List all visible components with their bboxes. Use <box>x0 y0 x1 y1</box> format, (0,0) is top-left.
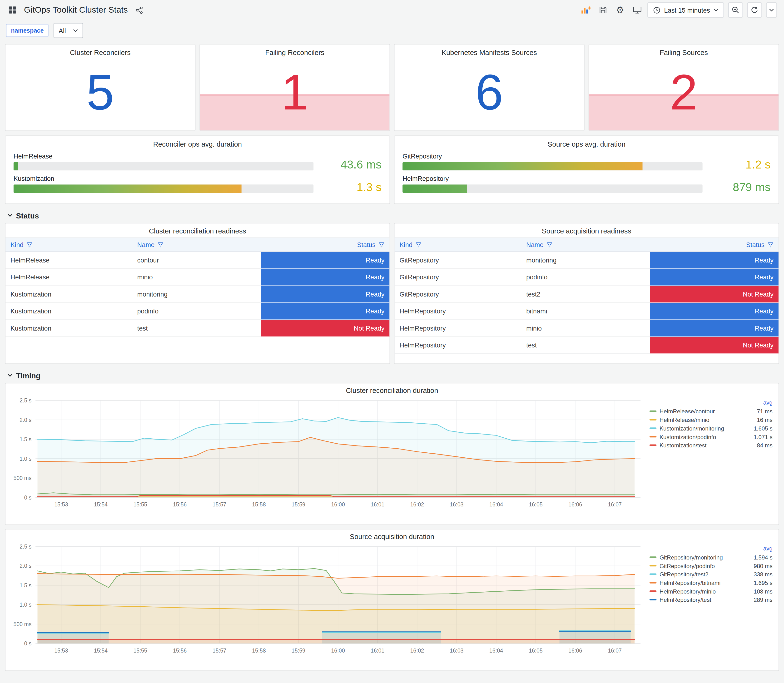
timeseries-chart: 0 s500 ms1.0 s1.5 s2.0 s2.5 s15:5315:541… <box>10 396 645 513</box>
chevron-down-icon <box>713 8 718 12</box>
series-name: GitRepository/podinfo <box>659 563 746 569</box>
dashboards-grid-icon[interactable] <box>6 3 19 17</box>
svg-text:16:00: 16:00 <box>331 502 345 508</box>
table-row: GitRepositorypodinfoReady <box>394 269 779 285</box>
readiness-table: KindNameStatusHelmReleasecontourReadyHel… <box>5 237 390 337</box>
column-header-kind[interactable]: Kind <box>5 238 132 252</box>
series-avg-value: 71 ms <box>749 408 773 414</box>
tv-mode-button[interactable] <box>631 3 644 17</box>
svg-text:0 s: 0 s <box>24 494 32 501</box>
series-name: Kustomization/monitoring <box>659 425 746 431</box>
filter-icon[interactable] <box>415 242 422 248</box>
stat-value: 5 <box>87 67 114 117</box>
legend-item[interactable]: Kustomization/test84 ms <box>649 441 773 449</box>
series-color-swatch <box>649 582 656 583</box>
legend-avg-header: avg <box>649 545 773 552</box>
series-color-swatch <box>649 444 656 446</box>
cell-name: monitoring <box>132 286 261 303</box>
gauge-label: GitRepository <box>402 152 702 160</box>
panel-title: Cluster Reconcilers <box>5 45 195 56</box>
column-label: Name <box>526 241 544 249</box>
filter-icon[interactable] <box>768 242 774 248</box>
series-name: HelmRelease/minio <box>659 417 746 423</box>
share-icon[interactable] <box>133 3 146 17</box>
legend-item[interactable]: GitRepository/podinfo980 ms <box>649 561 773 570</box>
legend-item[interactable]: HelmRepository/minio108 ms <box>649 587 773 595</box>
series-avg-value: 1.071 s <box>749 434 773 439</box>
column-header-kind[interactable]: Kind <box>394 238 521 252</box>
legend-item[interactable]: GitRepository/monitoring1.594 s <box>649 553 773 561</box>
svg-text:15:55: 15:55 <box>133 502 148 508</box>
filter-icon[interactable] <box>26 242 32 248</box>
table-row: KustomizationmonitoringReady <box>5 286 390 303</box>
table-row: HelmRepositoryminioReady <box>394 320 779 337</box>
refresh-interval-dropdown[interactable] <box>766 3 777 18</box>
cell-name: contour <box>132 252 261 269</box>
svg-text:15:53: 15:53 <box>54 502 68 508</box>
bar-gauge-fill <box>14 162 18 171</box>
svg-text:16:07: 16:07 <box>608 648 622 654</box>
namespace-filter-value[interactable]: All <box>54 23 83 38</box>
gauge-label: Kustomization <box>14 175 313 183</box>
series-name: Kustomization/podinfo <box>659 434 746 439</box>
svg-text:15:54: 15:54 <box>94 648 107 654</box>
cell-kind: HelmRepository <box>394 320 521 337</box>
series-avg-value: 289 ms <box>749 596 773 603</box>
cell-name: monitoring <box>521 252 650 269</box>
legend-item[interactable]: HelmRepository/test289 ms <box>649 595 773 604</box>
legend-item[interactable]: Kustomization/podinfo1.071 s <box>649 433 773 441</box>
table-panel: Cluster reconciliation readiness KindNam… <box>5 223 390 364</box>
series-fills <box>38 417 635 497</box>
status-badge: Ready <box>261 252 390 269</box>
status-badge: Ready <box>261 269 390 285</box>
filter-icon[interactable] <box>157 242 164 248</box>
svg-text:1.5 s: 1.5 s <box>19 582 31 588</box>
gear-icon: ⚙ <box>616 5 624 14</box>
add-panel-button[interactable] <box>580 3 593 17</box>
chart-legend: avgGitRepository/monitoring1.594 sGitRep… <box>649 545 773 604</box>
bar-gauge-fill <box>14 184 242 193</box>
column-header-status[interactable]: Status <box>650 238 779 252</box>
series-area <box>38 633 109 643</box>
filter-icon[interactable] <box>547 242 552 248</box>
svg-text:2.0 s: 2.0 s <box>19 563 31 569</box>
series-avg-value: 338 ms <box>749 571 773 577</box>
gauge-panel: Source ops avg. duration GitRepository 1… <box>394 135 779 204</box>
legend-item[interactable]: Kustomization/monitoring1.605 s <box>649 424 773 433</box>
table-row: HelmRepositorytestNot Ready <box>394 337 779 354</box>
column-label: Kind <box>10 241 24 249</box>
series-name: HelmRelease/contour <box>659 408 746 414</box>
share-alt-icon <box>135 6 143 14</box>
panel-title: Cluster reconciliation readiness <box>5 223 390 237</box>
column-header-name[interactable]: Name <box>521 238 650 252</box>
save-dashboard-button[interactable] <box>597 3 610 17</box>
dashboard-settings-button[interactable]: ⚙ <box>614 3 627 17</box>
svg-text:0 s: 0 s <box>24 640 32 646</box>
legend-item[interactable]: HelmRepository/bitnami1.695 s <box>649 579 773 587</box>
series-avg-value: 1.594 s <box>749 554 773 560</box>
column-header-status[interactable]: Status <box>261 238 390 252</box>
refresh-button[interactable] <box>747 3 762 18</box>
legend-item[interactable]: HelmRelease/contour71 ms <box>649 407 773 415</box>
gauge-label: HelmRelease <box>14 152 313 160</box>
namespace-filter-label[interactable]: namespace <box>6 24 48 37</box>
gauge-row: GitRepository 1.2 s <box>402 152 770 171</box>
bar-gauge-fill <box>402 184 467 193</box>
bar-gauge-track <box>14 162 313 171</box>
section-status-toggle[interactable]: Status <box>0 209 784 222</box>
zoom-out-button[interactable] <box>728 3 743 18</box>
gauge-row: HelmRelease 43.6 ms <box>14 152 382 171</box>
section-timing-toggle[interactable]: Timing <box>0 369 784 382</box>
svg-text:500 ms: 500 ms <box>14 475 32 481</box>
legend-item[interactable]: GitRepository/test2338 ms <box>649 570 773 579</box>
svg-text:2.5 s: 2.5 s <box>19 544 31 550</box>
time-range-picker[interactable]: Last 15 minutes <box>648 3 724 18</box>
column-label: Kind <box>399 241 413 249</box>
namespace-selected-value: All <box>59 27 66 34</box>
svg-text:16:04: 16:04 <box>489 502 503 508</box>
filter-icon[interactable] <box>378 242 385 248</box>
column-header-name[interactable]: Name <box>132 238 261 252</box>
series-avg-value: 1.605 s <box>749 425 773 431</box>
legend-item[interactable]: HelmRelease/minio16 ms <box>649 415 773 424</box>
bar-gauge-track <box>402 162 702 171</box>
